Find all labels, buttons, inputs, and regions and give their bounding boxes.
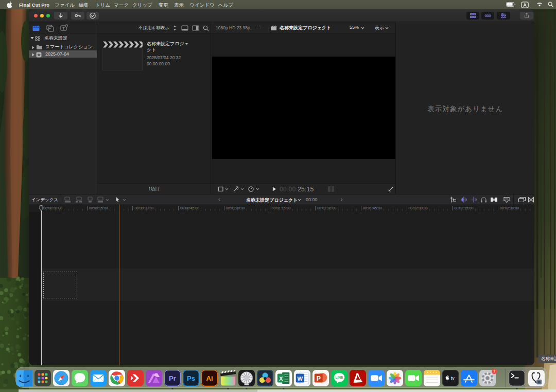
svg-text:Pr: Pr xyxy=(169,375,176,382)
svg-text:tv: tv xyxy=(451,376,455,381)
svg-text:1: 1 xyxy=(493,369,495,373)
svg-text:Ai: Ai xyxy=(206,375,213,382)
svg-text:X: X xyxy=(279,376,283,382)
svg-text:W: W xyxy=(297,376,303,382)
svg-text:Ps: Ps xyxy=(187,375,195,382)
svg-text:P: P xyxy=(317,375,321,382)
svg-text:LINE: LINE xyxy=(336,376,344,379)
